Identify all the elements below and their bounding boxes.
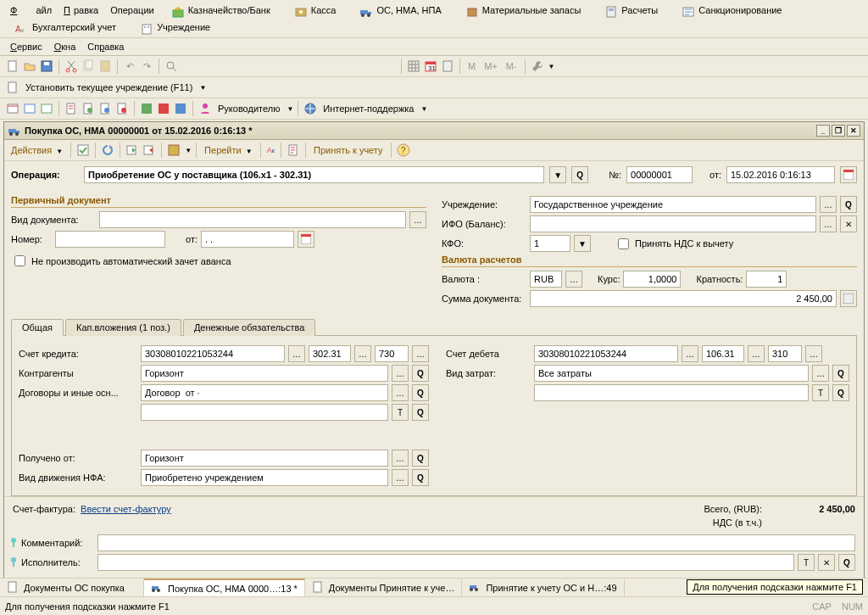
dropdown-icon[interactable]: ▼ — [420, 105, 427, 113]
doc-icon[interactable] — [5, 80, 20, 95]
open-icon[interactable] — [22, 59, 37, 74]
extra-r-input[interactable] — [534, 384, 809, 401]
new-doc-icon[interactable] — [5, 59, 20, 74]
calendar-icon[interactable]: 31 — [423, 59, 438, 74]
menu-service[interactable]: Сервис — [5, 40, 49, 53]
calendar-button[interactable] — [840, 166, 857, 183]
tb3-ico2[interactable] — [22, 101, 37, 116]
unpost-icon[interactable] — [142, 143, 157, 158]
currency-select-button[interactable]: … — [565, 271, 582, 288]
debit-account2-input[interactable] — [702, 345, 744, 362]
task-item[interactable]: Документы ОС покупка — [0, 579, 144, 596]
operation-search-button[interactable]: Q — [571, 166, 588, 183]
menu-cash[interactable]: Касса — [284, 2, 350, 19]
grid-icon[interactable] — [406, 59, 421, 74]
scale-m[interactable]: M — [465, 59, 479, 73]
sf-link[interactable]: Ввести счет-фактуру — [81, 504, 171, 514]
doc-type-select-button[interactable]: … — [409, 211, 426, 228]
doc-date-input[interactable] — [726, 166, 835, 183]
cut-icon[interactable] — [64, 59, 79, 74]
menu-os[interactable]: ОС, НМА, НПА — [349, 2, 454, 19]
goto-button[interactable]: Перейти ▼ — [201, 143, 256, 157]
extra-r-t-button[interactable]: T — [812, 384, 829, 401]
nfa-movement-input[interactable] — [141, 469, 388, 486]
dt-kt-icon[interactable]: Ак — [265, 143, 276, 158]
paste-icon[interactable] — [97, 59, 113, 74]
tb3-ico9[interactable] — [156, 101, 171, 116]
tb3-ico7[interactable] — [114, 101, 130, 116]
calendar-button[interactable] — [298, 231, 314, 248]
report-icon[interactable] — [286, 143, 301, 158]
apply-icon[interactable] — [75, 143, 91, 158]
dropdown-icon[interactable]: ▼ — [185, 147, 192, 154]
menu-operations[interactable]: Операции — [105, 3, 160, 17]
nfa-movement-select-button[interactable]: … — [392, 469, 409, 486]
debit-account2-select-button[interactable]: … — [748, 345, 765, 362]
avans-checkbox[interactable] — [14, 255, 25, 266]
contractor-input[interactable] — [141, 365, 388, 382]
menu-accounting[interactable]: АкБухгалтерский учет — [5, 19, 130, 36]
task-item-active[interactable]: Покупка ОС, НМА 0000…:13 * — [144, 579, 305, 596]
restore-button[interactable]: ❐ — [832, 125, 845, 137]
dropdown-icon[interactable]: ▼ — [287, 105, 293, 113]
tb3-ico8[interactable] — [139, 101, 154, 116]
menu-edit[interactable]: Правка — [58, 3, 105, 17]
org-input[interactable] — [530, 196, 816, 213]
credit-account2-select-button[interactable]: … — [354, 345, 371, 362]
scale-mplus[interactable]: M+ — [481, 59, 501, 73]
menu-calc[interactable]: Расчеты — [594, 2, 671, 19]
tb3-ico3[interactable] — [39, 101, 54, 116]
refresh-icon[interactable] — [100, 143, 115, 158]
cost-type-input[interactable] — [534, 365, 809, 382]
contractor-search-button[interactable]: Q — [412, 365, 429, 382]
calculator-button[interactable] — [840, 290, 857, 307]
tab-obligations[interactable]: Денежные обязательства — [183, 319, 315, 336]
executor-clear-button[interactable]: ✕ — [818, 554, 835, 571]
copy-icon[interactable] — [81, 59, 96, 74]
menu-treasury[interactable]: Казначейство/Банк — [161, 2, 284, 19]
operation-input[interactable] — [84, 166, 544, 183]
contractor-select-button[interactable]: … — [392, 365, 409, 382]
contract-input[interactable] — [141, 384, 388, 401]
help-icon[interactable]: ? — [396, 143, 411, 158]
credit-account3-select-button[interactable]: … — [412, 345, 429, 362]
org-search-button[interactable]: Q — [840, 196, 857, 213]
set-current-org-button[interactable]: Установить текущее учреждение (F11) — [22, 81, 196, 94]
internet-support-button[interactable]: Интернет-поддержка — [320, 102, 417, 115]
currency-input[interactable] — [530, 271, 562, 288]
menu-sanction[interactable]: Санкционирование — [671, 2, 795, 19]
close-button[interactable]: ✕ — [847, 125, 860, 137]
debit-account3-select-button[interactable]: … — [805, 345, 822, 362]
dropdown-icon[interactable]: ▼ — [548, 63, 555, 70]
menu-file[interactable]: Файл — [5, 3, 58, 17]
docsum-input[interactable] — [530, 290, 837, 307]
cost-type-select-button[interactable]: … — [812, 365, 829, 382]
kfo-input[interactable] — [530, 235, 570, 252]
nfa-movement-search-button[interactable]: Q — [412, 469, 429, 486]
ifo-input[interactable] — [530, 215, 816, 232]
wrench-icon[interactable] — [530, 59, 545, 74]
task-item[interactable]: Документы Принятие к уче… — [305, 579, 463, 596]
cost-type-search-button[interactable]: Q — [832, 365, 849, 382]
ifo-select-button[interactable]: … — [820, 215, 837, 232]
undo-icon[interactable]: ↶ — [122, 59, 137, 74]
comment-input[interactable] — [97, 534, 855, 551]
redo-icon[interactable]: ↷ — [139, 59, 154, 74]
tab-general[interactable]: Общая — [11, 319, 64, 336]
received-from-input[interactable] — [141, 450, 388, 467]
executor-search-button[interactable]: Q — [838, 554, 855, 571]
manager-button[interactable]: Руководителю — [214, 102, 283, 115]
contract-select-button[interactable]: … — [392, 384, 409, 401]
tb3-ico10[interactable] — [173, 101, 188, 116]
extra-t-button[interactable]: T — [392, 404, 409, 421]
tab-capital[interactable]: Кап.вложения (1 поз.) — [65, 319, 181, 336]
executor-t-button[interactable]: T — [798, 554, 815, 571]
contract-search-button[interactable]: Q — [412, 384, 429, 401]
ifo-clear-button[interactable]: ✕ — [840, 215, 857, 232]
menu-windows[interactable]: Окна — [49, 40, 83, 53]
operation-dropdown-button[interactable]: ▼ — [549, 166, 566, 183]
debit-account-select-button[interactable]: … — [682, 345, 698, 362]
find-icon[interactable] — [164, 59, 179, 74]
basis-icon[interactable] — [166, 143, 181, 158]
actions-button[interactable]: Действия ▼ — [8, 143, 66, 157]
